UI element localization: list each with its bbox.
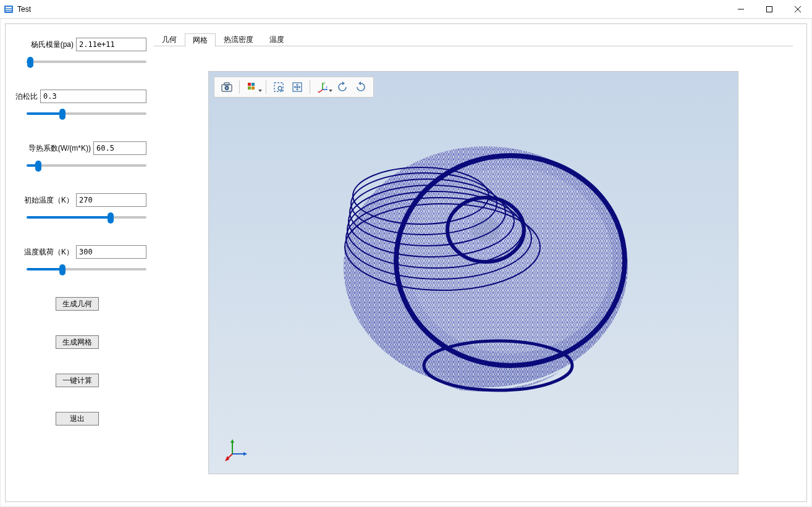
- rotate-cw-icon: [336, 81, 349, 93]
- minimize-button[interactable]: [727, 0, 755, 18]
- svg-text:z: z: [326, 85, 328, 89]
- fit-icon: [291, 81, 303, 93]
- tab-temperature[interactable]: 温度: [261, 33, 292, 46]
- poisson-ratio-input[interactable]: [40, 90, 146, 103]
- svg-text:y: y: [323, 81, 325, 85]
- thermal-conductivity-slider[interactable]: [27, 159, 146, 171]
- tab-geometry[interactable]: 几何: [154, 33, 185, 46]
- param-label: 泊松比: [15, 91, 38, 102]
- param-label: 导热系数(W/(m*K)): [28, 143, 91, 154]
- param-label: 杨氏模量(pa): [31, 40, 74, 50]
- param-temperature-load: 温度载荷（K）: [8, 245, 146, 275]
- screenshot-button[interactable]: [218, 78, 235, 96]
- parameter-sidebar: 杨氏模量(pa) 泊松比: [6, 24, 149, 501]
- svg-rect-15: [252, 86, 255, 90]
- temperature-load-input[interactable]: [76, 245, 146, 259]
- maximize-button[interactable]: [755, 0, 784, 18]
- param-youngs-modulus: 杨氏模量(pa): [8, 38, 146, 67]
- rotate-ccw-button[interactable]: [352, 78, 370, 96]
- svg-text:x: x: [318, 90, 319, 93]
- axes-icon: y z x: [316, 81, 329, 93]
- youngs-modulus-input[interactable]: [76, 38, 146, 51]
- svg-rect-12: [248, 83, 251, 86]
- generate-mesh-button[interactable]: 生成网格: [56, 335, 99, 349]
- generate-geometry-button[interactable]: 生成几何: [56, 297, 99, 311]
- svg-rect-14: [248, 86, 251, 90]
- exit-button[interactable]: 退出: [56, 412, 99, 425]
- svg-rect-13: [252, 83, 255, 86]
- svg-point-33: [408, 168, 612, 353]
- poisson-ratio-slider[interactable]: [27, 107, 146, 119]
- param-label: 初始温度（K）: [24, 195, 74, 206]
- viewport-toolbar: y z x: [214, 77, 374, 98]
- zoom-box-icon: [273, 81, 285, 93]
- svg-rect-5: [767, 6, 772, 12]
- youngs-modulus-slider[interactable]: [27, 55, 146, 67]
- svg-point-11: [226, 87, 228, 89]
- svg-rect-2: [6, 9, 12, 10]
- compute-button[interactable]: 一键计算: [56, 374, 99, 387]
- zoom-box-button[interactable]: [270, 78, 287, 96]
- temperature-load-slider[interactable]: [27, 262, 146, 275]
- axis-gizmo: [225, 437, 250, 461]
- tab-mesh[interactable]: 网格: [185, 33, 216, 47]
- camera-icon: [221, 81, 233, 93]
- grid-icon: [246, 81, 258, 93]
- thermal-conductivity-input[interactable]: [93, 141, 146, 155]
- param-label: 温度载荷（K）: [24, 247, 74, 258]
- tab-heat-flux[interactable]: 热流密度: [216, 33, 261, 46]
- svg-rect-3: [6, 10, 12, 12]
- window-controls: [727, 0, 812, 18]
- param-initial-temperature: 初始温度（K）: [8, 193, 146, 223]
- initial-temperature-input[interactable]: [76, 193, 146, 207]
- window-title: Test: [17, 5, 31, 14]
- svg-rect-9: [224, 83, 229, 85]
- chevron-down-icon: [329, 90, 332, 93]
- tab-bar: 几何 网格 热流密度 温度: [154, 33, 793, 46]
- titlebar: Test: [0, 0, 812, 19]
- close-button[interactable]: [784, 0, 812, 18]
- rotate-cw-button[interactable]: [334, 78, 351, 96]
- zoom-fit-button[interactable]: [289, 78, 306, 96]
- initial-temperature-slider[interactable]: [27, 211, 146, 223]
- main-panel: 几何 网格 热流密度 温度: [149, 24, 806, 501]
- rotate-ccw-icon: [355, 81, 367, 93]
- param-thermal-conductivity: 导热系数(W/(m*K)): [8, 141, 146, 171]
- viewport-3d[interactable]: y z x: [208, 71, 738, 474]
- app-icon: [4, 4, 14, 14]
- svg-rect-1: [6, 7, 12, 8]
- mesh-model: [300, 125, 646, 421]
- chevron-down-icon: [258, 90, 262, 93]
- param-poisson-ratio: 泊松比: [8, 90, 146, 119]
